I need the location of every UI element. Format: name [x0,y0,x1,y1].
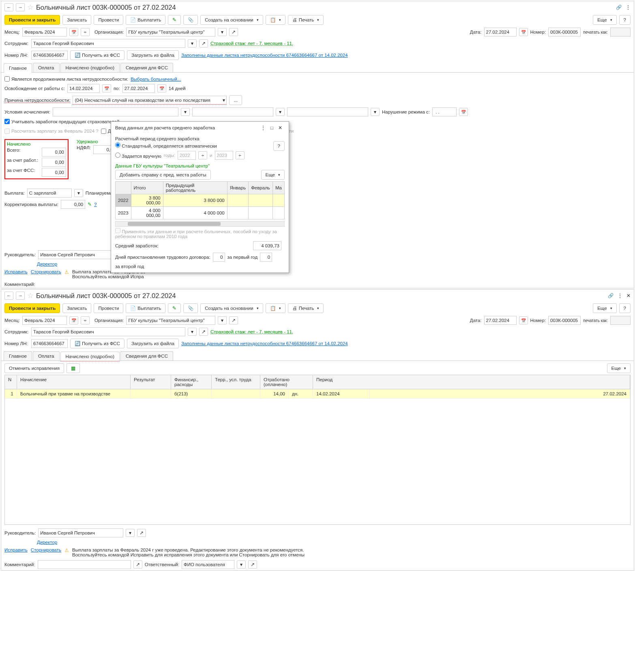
post-close-button[interactable]: Провести и закрыть [4,15,60,25]
month-spin[interactable]: ÷ [81,28,90,36]
grid-more-button[interactable]: Еще [607,363,631,373]
tab-accrued[interactable]: Начислено (подробно) [60,352,120,361]
help-button[interactable]: ? [619,303,631,313]
cond2-input[interactable] [192,107,273,116]
position-link[interactable]: Директор [37,540,57,545]
violation-cal[interactable] [459,108,468,116]
popup-close-icon[interactable]: ✕ [278,125,282,131]
link-icon[interactable]: 🔗 [616,4,622,10]
storno-link[interactable]: Сторнировать [31,547,61,552]
nav-fwd[interactable]: → [16,292,25,300]
org-open-icon[interactable]: ↗ [229,28,238,36]
date-input[interactable] [484,316,517,325]
tab-fss[interactable]: Сведения для ФСС [120,63,173,72]
close-icon[interactable]: ✕ [626,293,631,298]
radio-manual[interactable]: Задается вручную [115,152,161,159]
post-button[interactable]: Провести [94,303,123,313]
more-button[interactable]: Еще [593,15,616,25]
total-input[interactable] [42,148,66,157]
tab-payment[interactable]: Оплата [33,351,60,361]
cond1-drop[interactable]: ▾ [181,108,190,116]
print-button[interactable]: 🖨 Печать [288,303,324,313]
nav-back[interactable]: ← [4,292,13,300]
org-open-icon[interactable]: ↗ [229,316,238,324]
susp1-input[interactable] [213,253,225,262]
post-button[interactable]: Провести [94,15,123,25]
nav-back[interactable]: ← [4,3,13,11]
resp-open[interactable]: ↗ [248,560,257,569]
continuation-checkbox[interactable]: Является продолжением листка нетрудоспос… [4,76,128,82]
popup-help-button[interactable]: ? [273,141,285,151]
comment-input[interactable] [38,560,131,569]
popup-max-icon[interactable]: □ [270,125,273,130]
pay-button[interactable]: 📄 Выплатить [126,15,165,25]
emp-drop-icon[interactable]: ▾ [188,328,197,336]
attach-button[interactable]: 📎 [183,303,198,313]
help-button[interactable]: ? [619,15,631,25]
byemp-input[interactable] [42,158,66,167]
paid-input[interactable] [610,28,631,36]
earn-table[interactable]: ИтогоПредыдущий работодательЯнварьФеврал… [115,181,285,219]
tab-payment[interactable]: Оплата [33,63,60,72]
emp-input[interactable] [31,39,185,48]
org-input[interactable] [126,316,215,325]
get-fss-button[interactable]: 🔄 Получить из ФСС [70,50,124,60]
month-input[interactable] [22,316,67,325]
pay-button[interactable]: 📄 Выплатить [126,303,165,313]
emp-drop-icon[interactable]: ▾ [188,39,197,47]
month-spin[interactable]: ÷ [81,316,90,324]
num-input[interactable] [548,28,581,36]
month-cal-icon[interactable] [69,316,78,324]
org-drop-icon[interactable]: ▾ [218,316,227,324]
rel-to-cal[interactable] [157,84,166,92]
num-input[interactable] [548,316,581,325]
ln-input[interactable] [31,51,68,60]
cond1-input[interactable] [53,107,178,116]
payout-drop[interactable]: ▾ [74,189,83,197]
pick-bl-link[interactable]: Выбрать больничный... [131,77,181,82]
draw-button[interactable]: ✎ [168,15,181,25]
susp2-input[interactable] [260,253,272,262]
nav-fwd[interactable]: → [16,3,25,11]
write-button[interactable]: Записать [62,15,91,25]
fill-data-link[interactable]: Заполнены данные листка нетрудоспособнос… [181,341,348,346]
emp-input[interactable] [31,327,185,336]
fix-link[interactable]: Исправить [4,269,28,274]
tab-main[interactable]: Главное [4,63,32,73]
storno-link[interactable]: Сторнировать [31,269,61,274]
draw-button[interactable]: ✎ [168,303,181,313]
write-button[interactable]: Записать [62,303,91,313]
more-icon[interactable]: ⋮ [626,4,631,10]
star-icon[interactable]: ☆ [27,3,34,12]
popup-more-icon[interactable]: ⋮ [261,125,266,131]
head-input[interactable] [38,528,123,537]
org-drop-icon[interactable]: ▾ [218,28,227,36]
corr-pencil-icon[interactable]: ✎ [88,202,92,207]
load-file-button[interactable]: Загрузить из файла [127,50,179,60]
resp-drop[interactable]: ▾ [237,560,246,569]
date-input[interactable] [484,28,517,36]
cond3-drop[interactable]: ▾ [371,108,380,116]
popup-avg-input[interactable] [253,241,281,250]
yellow-action-button[interactable]: 📋 [266,15,285,25]
head-drop[interactable]: ▾ [126,529,135,537]
yellow-action-button[interactable]: 📋 [266,303,285,313]
star-icon[interactable]: ☆ [27,291,34,300]
cond2-drop[interactable]: ▾ [276,108,285,116]
tab-fss[interactable]: Сведения для ФСС [120,351,173,361]
paid-input[interactable] [610,316,631,325]
violation-input[interactable] [432,107,457,116]
cancel-fix-button[interactable]: Отменить исправления [4,363,64,373]
payout-input[interactable] [27,189,72,198]
release-from-input[interactable] [67,84,100,93]
head-open[interactable]: ↗ [137,529,146,537]
stazh-link[interactable]: Страховой стаж: лет - 7, месяцев - 11. [210,329,293,334]
post-close-button[interactable]: Провести и закрыть [4,303,60,313]
fill-data-link[interactable]: Заполнены данные листка нетрудоспособнос… [181,53,348,58]
grid-config-button[interactable]: ▦ [67,363,80,373]
add-ref-button[interactable]: Добавить справку с пред. места работы [115,170,211,180]
accrual-grid[interactable]: N Начисление Результат Финансир., расход… [4,375,631,525]
fix-link[interactable]: Исправить [4,547,28,552]
more-icon[interactable]: ⋮ [618,293,622,298]
attach-button[interactable]: 📎 [183,15,198,25]
